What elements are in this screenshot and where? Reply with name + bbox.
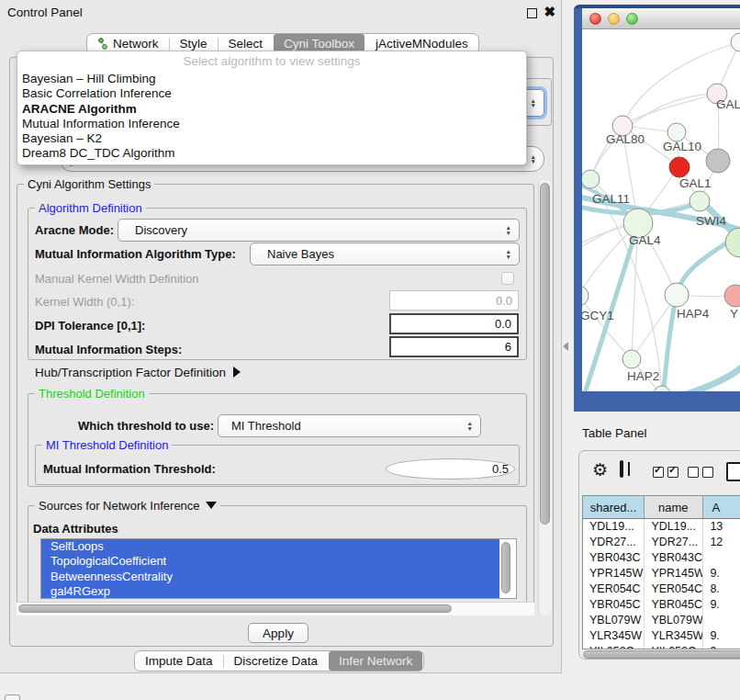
algorithm-option[interactable]: ARACNE Algorithm [17,102,526,117]
float-window-icon[interactable] [527,8,537,18]
column-header-partial[interactable]: A [703,496,740,518]
network-node[interactable] [690,191,710,211]
algorithm-option[interactable]: Bayesian – Hill Climbing [17,72,526,86]
control-panel-title: Control Panel [7,6,83,19]
table-row[interactable]: YBL079WYBL079W [583,613,740,628]
manual-kernel-checkbox[interactable] [501,272,514,285]
select-all-columns-icon[interactable]: ✓✓ [653,464,682,478]
attribute-list-item[interactable]: BetweennessCentrality [41,570,499,584]
split-columns-icon[interactable] [620,460,623,478]
table-row[interactable]: YBR043CYBR043C [583,550,740,566]
network-node[interactable] [667,123,686,141]
hub-definition-toggle[interactable]: Hub/Transcription Factor Definition [35,366,241,379]
minimize-traffic-light-icon[interactable] [608,13,620,25]
network-graph: GALGAL80GAL10GAL1GAL11SWI4GAL4GCY1HAP4YH… [582,29,740,391]
dpi-tolerance-field[interactable]: 0.0 [389,313,519,334]
table-row[interactable]: YER054CYER054C8. [583,581,740,597]
table-cell: YBR045C [645,597,703,613]
which-threshold-combobox[interactable]: MI Threshold ▲▼ [218,414,481,437]
close-icon[interactable]: ✖ [544,4,555,20]
column-header-shared-name[interactable]: shared... [583,496,645,518]
table-row[interactable]: YDL19...YDL19...13 [583,519,740,535]
deselect-all-columns-icon[interactable] [688,464,717,478]
mi-threshold-field[interactable]: 0.5 [386,458,515,480]
attribute-list-item[interactable]: gal4RGexp [41,584,499,599]
mi-steps-field[interactable]: 6 [389,336,519,357]
export-table-icon[interactable] [726,462,740,481]
settings-group-title: Cyni Algorithm Settings [24,177,154,191]
mi-type-label: Mutual Information Algorithm Type: [35,247,236,261]
aracne-mode-combobox[interactable]: Discovery ▲▼ [118,219,520,242]
algorithm-dropdown-list: Select algorithm to view settings Bayesi… [17,51,527,165]
node-label: GAL1 [679,176,712,190]
gear-icon[interactable]: ⚙ [592,459,608,480]
table-cell [703,613,740,628]
table-row[interactable]: YLR345WYLR345W9. [583,628,740,644]
mi-steps-label: Mutual Information Steps: [35,343,182,356]
algorithm-option[interactable]: Bayesian – K2 [17,131,526,146]
kernel-width-field[interactable]: 0.0 [389,290,519,310]
unchecked-box-icon [702,467,713,478]
network-window-titlebar[interactable] [582,8,740,29]
column-header-name[interactable]: name [645,496,703,518]
threshold-definition-title: Threshold Definition [35,387,149,401]
node-label: GCY1 [582,309,614,322]
network-node[interactable] [724,285,740,307]
network-node[interactable] [582,170,600,188]
network-node[interactable] [669,157,690,177]
table-cell: 9. [703,628,740,644]
node-label: GAL10 [663,140,701,153]
network-node[interactable] [706,149,730,173]
apply-button[interactable]: Apply [248,623,308,643]
network-edge[interactable] [622,42,740,126]
table-horizontal-scrollbar[interactable] [583,649,740,660]
algorithm-option[interactable]: Dream8 DC_TDC Algorithm [17,146,526,161]
attribute-list-item[interactable]: TopologicalCoefficient [41,554,499,569]
settings-vertical-scrollbar[interactable] [538,180,552,615]
data-attributes-list[interactable]: SelfLoopsTopologicalCoefficientBetweenne… [40,538,517,599]
panel-corner-icon[interactable] [5,694,20,700]
algorithm-option[interactable]: Mutual Information Inference [17,117,526,131]
network-node[interactable] [731,33,740,51]
node-label: GAL [716,97,740,111]
table-panel-window: ⚙ ✓✓ shared... name A YDL19...YDL19...13… [578,450,740,660]
network-canvas[interactable]: GALGAL80GAL10GAL1GAL11SWI4GAL4GCY1HAP4YH… [582,29,740,391]
splitter-handle-icon[interactable] [563,342,568,351]
table-row[interactable]: YPR145WYPR145W9. [583,566,740,581]
table-row[interactable]: YDR27...YDR27...12 [583,535,740,550]
tab-infer-network[interactable]: Infer Network [329,651,422,671]
checked-box-icon: ✓ [653,467,664,478]
algorithm-definition-title: Algorithm Definition [35,201,146,215]
which-threshold-value: MI Threshold [226,419,301,433]
table-cell: YBR045C [583,597,645,613]
table-cell: YBR043C [645,550,703,566]
table-cell: YLR345W [583,628,645,644]
table-cell: 13 [703,519,740,535]
table-cell: YPR145W [583,566,645,581]
settings-horizontal-scrollbar[interactable] [17,602,534,615]
network-node[interactable] [654,386,670,391]
node-label: HAP2 [627,369,659,383]
mi-type-combobox[interactable]: Naive Bayes ▲▼ [250,243,520,265]
attributes-scrollbar[interactable] [501,542,512,595]
close-traffic-light-icon[interactable] [589,13,601,25]
tab-impute-data[interactable]: Impute Data [135,652,223,670]
network-node[interactable] [582,286,589,306]
table-row[interactable]: YBR045CYBR045C9. [583,597,740,613]
which-threshold-label: Which threshold to use: [78,419,214,433]
table-cell: YER054C [583,581,645,597]
network-node[interactable] [725,228,740,257]
zoom-traffic-light-icon[interactable] [626,13,638,25]
network-icon [97,38,108,50]
sources-title[interactable]: Sources for Network Inference [35,499,220,513]
tab-discretize-data[interactable]: Discretize Data [224,652,329,670]
table-body: YDL19...YDL19...13YDR27...YDR27...12YBR0… [583,519,740,649]
algorithm-option[interactable]: Basic Correlation Inference [17,86,526,101]
table-cell: 12 [703,535,740,550]
bottom-tabstrip: Impute Data Discretize Data Infer Networ… [134,650,424,672]
network-node[interactable] [622,350,641,368]
network-node[interactable] [665,283,689,307]
network-edge-highlighted[interactable] [681,366,740,391]
collapse-down-icon [206,502,217,509]
attribute-list-item[interactable]: SelfLoops [41,539,499,554]
